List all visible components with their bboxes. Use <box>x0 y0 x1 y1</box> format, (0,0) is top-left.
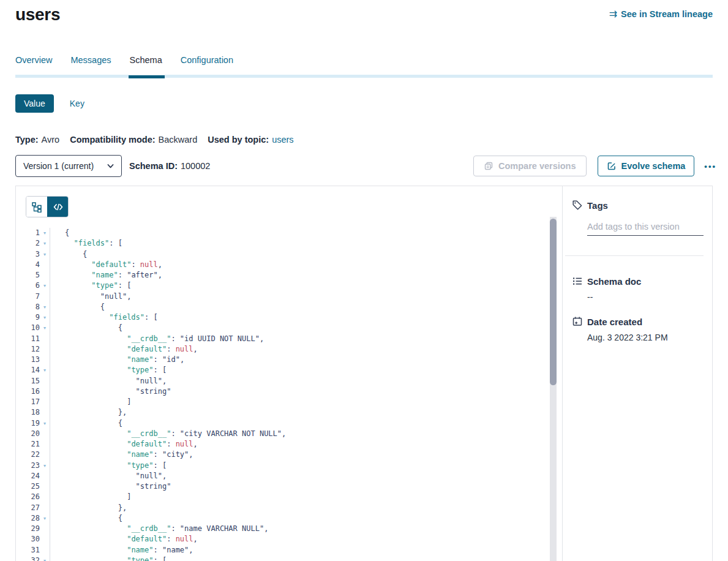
line-number: 28 <box>16 513 40 524</box>
date-created-value: Aug. 3 2022 3:21 PM <box>587 333 704 342</box>
version-dropdown[interactable]: Version 1 (current) <box>15 155 122 177</box>
collapse-caret-icon[interactable]: ▾ <box>40 228 50 238</box>
collapse-caret-icon[interactable]: ▾ <box>40 323 50 333</box>
code-pane: 1▾{2▾ "fields": [3▾ {4 "default": null,5… <box>16 186 562 561</box>
caret-spacer <box>40 545 50 555</box>
caret-spacer <box>40 534 50 544</box>
code-content: { <box>50 323 122 333</box>
code-line: 10▾ { <box>16 323 562 333</box>
line-number: 4 <box>16 260 40 270</box>
caret-spacer <box>40 471 50 481</box>
stream-lineage-icon: ⇉ <box>609 9 617 19</box>
code-line: 22 "name": "city", <box>16 450 562 460</box>
collapse-caret-icon[interactable]: ▾ <box>40 312 50 323</box>
collapse-caret-icon[interactable]: ▾ <box>40 365 50 375</box>
code-content: "type": [ <box>50 461 167 471</box>
line-number: 22 <box>16 450 40 460</box>
code-view-icon <box>53 202 64 212</box>
code-content: { <box>50 302 105 312</box>
code-content: "__crdb__": "name VARCHAR NULL", <box>50 524 268 534</box>
code-content: }, <box>50 407 127 418</box>
line-number: 10 <box>16 323 40 333</box>
code-content: "name": "after", <box>50 270 162 280</box>
schema-doc-title: Schema doc <box>587 276 641 287</box>
code-content: "default": null, <box>50 534 198 544</box>
code-content: "default": null, <box>50 344 198 355</box>
caret-spacer <box>40 355 50 365</box>
compare-versions-icon <box>484 161 493 171</box>
code-line: 2▾ "fields": [ <box>16 238 562 249</box>
code-content: "null", <box>50 376 167 386</box>
tab-messages[interactable]: Messages <box>70 55 111 65</box>
tags-title: Tags <box>587 200 608 211</box>
caret-spacer <box>40 270 50 280</box>
code-line: 3▾ { <box>16 249 562 260</box>
line-number: 21 <box>16 439 40 450</box>
collapse-caret-icon[interactable]: ▾ <box>40 461 50 471</box>
tab-schema[interactable]: Schema <box>130 55 162 65</box>
code-content: "__crdb__": "id UUID NOT NULL", <box>50 334 264 344</box>
tab-overview[interactable]: Overview <box>15 55 52 65</box>
code-scrollbar-thumb[interactable] <box>550 219 557 385</box>
code-content: "null", <box>50 292 131 302</box>
code-content: { <box>50 418 122 429</box>
add-tags-input[interactable]: Add tags to this version <box>587 222 704 236</box>
code-content: "name": "id", <box>50 355 184 365</box>
code-line: 20 "__crdb__": "city VARCHAR NOT NULL", <box>16 429 562 439</box>
code-content: "default": null, <box>50 439 198 450</box>
caret-spacer <box>40 524 50 534</box>
collapse-caret-icon[interactable]: ▾ <box>40 555 50 561</box>
code-line: 7 "null", <box>16 292 562 302</box>
code-line: 18 }, <box>16 407 562 418</box>
code-view-button[interactable] <box>47 197 68 217</box>
collapse-caret-icon[interactable]: ▾ <box>40 302 50 312</box>
collapse-caret-icon[interactable]: ▾ <box>40 418 50 429</box>
collapse-caret-icon[interactable]: ▾ <box>40 280 50 291</box>
schema-sidebar: Tags Add tags to this version Schema doc… <box>562 186 712 561</box>
code-line: 30 "default": null, <box>16 534 562 544</box>
evolve-schema-button[interactable]: Evolve schema <box>598 156 695 176</box>
code-content: "name": "name", <box>50 545 193 555</box>
code-content: "fields": [ <box>50 312 158 323</box>
date-created-icon <box>572 316 583 327</box>
view-mode-toggle <box>26 196 69 217</box>
line-number: 8 <box>16 302 40 312</box>
compatibility-label: Compatibility mode: <box>70 135 155 145</box>
collapse-caret-icon[interactable]: ▾ <box>40 249 50 260</box>
collapse-caret-icon[interactable]: ▾ <box>40 513 50 524</box>
collapse-caret-icon[interactable]: ▾ <box>40 238 50 249</box>
code-line: 29 "__crdb__": "name VARCHAR NULL", <box>16 524 562 534</box>
version-dropdown-value: Version 1 (current) <box>23 161 94 171</box>
line-number: 24 <box>16 471 40 481</box>
line-number: 19 <box>16 418 40 429</box>
line-number: 7 <box>16 292 40 302</box>
line-number: 6 <box>16 280 40 291</box>
code-line: 1▾{ <box>16 228 562 238</box>
tags-icon <box>572 200 583 211</box>
tree-view-button[interactable] <box>26 197 47 217</box>
code-line: 26 ] <box>16 492 562 502</box>
value-toggle-button[interactable]: Value <box>15 94 54 113</box>
code-line: 11 "__crdb__": "id UUID NOT NULL", <box>16 334 562 344</box>
code-content: { <box>50 513 122 524</box>
code-line: 9▾ "fields": [ <box>16 312 562 323</box>
line-number: 9 <box>16 312 40 323</box>
code-content: "string" <box>50 481 171 492</box>
more-options-button[interactable]: ••• <box>704 162 716 171</box>
line-number: 30 <box>16 534 40 544</box>
key-toggle-link[interactable]: Key <box>70 99 84 108</box>
caret-spacer <box>40 344 50 355</box>
topic-link[interactable]: users <box>272 135 293 145</box>
see-in-stream-lineage-link[interactable]: ⇉ See in Stream lineage <box>609 9 713 19</box>
code-content: ] <box>50 397 131 407</box>
line-number: 11 <box>16 334 40 344</box>
line-number: 13 <box>16 355 40 365</box>
tab-configuration[interactable]: Configuration <box>181 55 233 65</box>
code-line: 31 "name": "name", <box>16 545 562 555</box>
schema-panel: 1▾{2▾ "fields": [3▾ {4 "default": null,5… <box>15 186 713 561</box>
caret-spacer <box>40 334 50 344</box>
code-line: 8▾ { <box>16 302 562 312</box>
code-content: ] <box>50 492 131 502</box>
compare-versions-button[interactable]: Compare versions <box>473 156 587 176</box>
code-line: 21 "default": null, <box>16 439 562 450</box>
